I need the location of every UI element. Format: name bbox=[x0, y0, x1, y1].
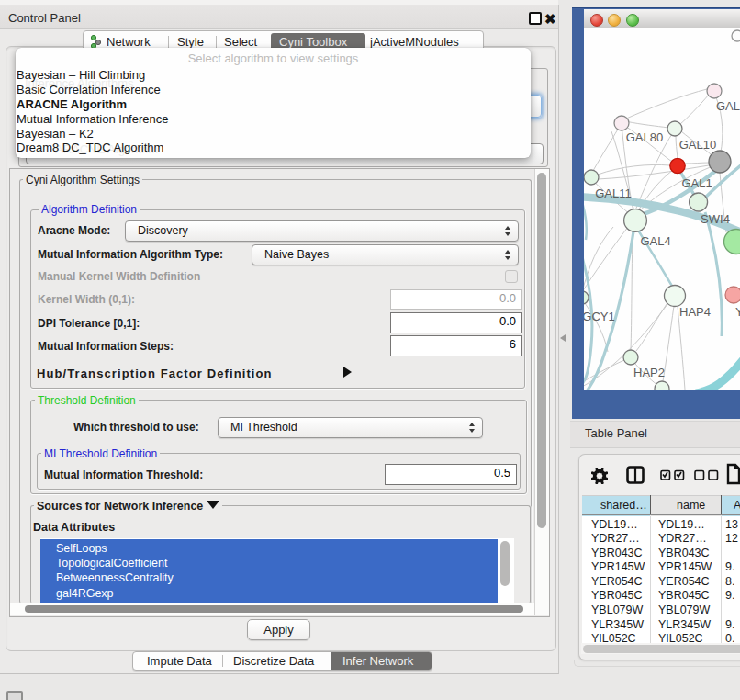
svg-text:GAL7: GAL7 bbox=[716, 99, 740, 113]
svg-text:GAL80: GAL80 bbox=[626, 130, 663, 144]
svg-text:HAP4: HAP4 bbox=[679, 305, 711, 319]
svg-text:GAL10: GAL10 bbox=[679, 138, 716, 152]
svg-text:HAP2: HAP2 bbox=[633, 366, 665, 379]
svg-text:GAL4: GAL4 bbox=[640, 234, 670, 248]
svg-text:GAL11: GAL11 bbox=[595, 186, 632, 200]
svg-text:Y: Y bbox=[735, 305, 740, 319]
svg-text:GCY1: GCY1 bbox=[584, 310, 615, 323]
svg-text:GAL1: GAL1 bbox=[681, 176, 712, 190]
svg-text:SWI4: SWI4 bbox=[701, 212, 730, 226]
